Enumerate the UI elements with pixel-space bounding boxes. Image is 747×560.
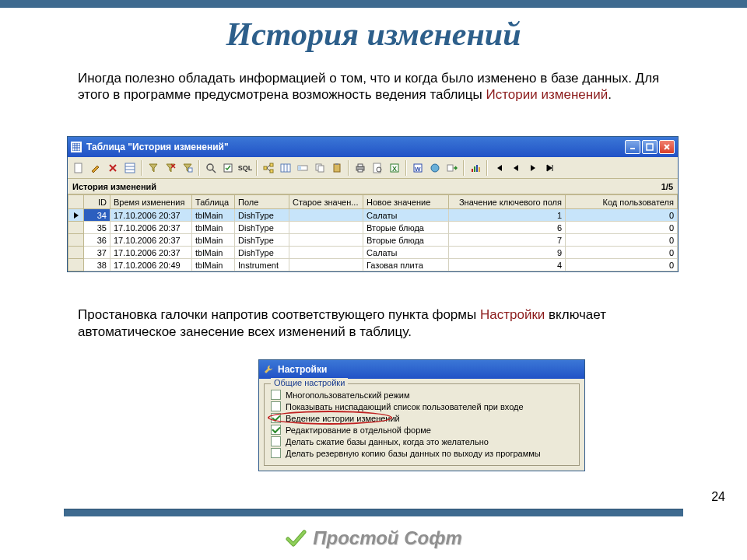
cell-table: tblMain xyxy=(192,209,235,222)
cell-new: Вторые блюда xyxy=(363,222,449,234)
excel-icon[interactable]: X xyxy=(387,160,402,176)
svg-rect-46 xyxy=(472,169,473,172)
checkbox[interactable] xyxy=(271,390,281,400)
chart-icon[interactable] xyxy=(468,160,483,176)
cell-table: tblMain xyxy=(192,259,235,271)
svg-rect-23 xyxy=(270,170,273,173)
filter-clear-icon[interactable] xyxy=(163,160,178,176)
find-icon[interactable] xyxy=(203,160,219,176)
slide-top-bar xyxy=(0,0,747,8)
svg-line-24 xyxy=(267,165,270,168)
settings-option[interactable]: Редактирование в отдельной форме xyxy=(271,424,573,436)
svg-rect-48 xyxy=(476,165,478,172)
sql-icon[interactable]: SQL xyxy=(237,160,253,176)
copy-icon[interactable] xyxy=(312,160,328,176)
table-row[interactable]: 3417.10.2006 20:37tblMainDishTypeСалаты1… xyxy=(68,209,678,222)
settings-option[interactable]: Делать сжатие базы данных, когда это жел… xyxy=(271,436,573,447)
edit-icon[interactable] xyxy=(88,160,103,176)
cell-time: 17.10.2006 20:37 xyxy=(110,247,192,259)
table-header-row: ID Время изменения Таблица Поле Старое з… xyxy=(68,195,678,209)
svg-rect-9 xyxy=(75,163,82,173)
checkbox[interactable] xyxy=(271,425,281,435)
svg-rect-37 xyxy=(358,170,363,172)
field-icon[interactable] xyxy=(295,160,310,176)
filter-icon[interactable] xyxy=(146,160,161,176)
minimize-button[interactable] xyxy=(625,140,640,154)
tree-icon[interactable] xyxy=(261,160,276,176)
cell-time: 17.10.2006 20:49 xyxy=(110,259,192,271)
preview-icon[interactable] xyxy=(370,160,385,176)
col-new[interactable]: Новое значение xyxy=(363,195,449,209)
col-old[interactable]: Старое значен... xyxy=(289,195,363,209)
history-table[interactable]: ID Время изменения Таблица Поле Старое з… xyxy=(68,194,678,271)
col-field[interactable]: Поле xyxy=(235,195,289,209)
table-row[interactable]: 3517.10.2006 20:37tblMainDishTypeВторые … xyxy=(68,222,678,234)
filter-form-icon[interactable] xyxy=(180,160,195,176)
maximize-button[interactable] xyxy=(642,140,658,154)
cell-old xyxy=(289,209,363,222)
nav-first-icon[interactable] xyxy=(491,160,507,176)
col-id[interactable]: ID xyxy=(84,195,110,209)
toolbar-separator xyxy=(486,160,488,176)
table-row[interactable]: 3817.10.2006 20:49tblMainInstrumentГазов… xyxy=(68,259,678,271)
cell-field: DishType xyxy=(235,234,289,247)
html-icon[interactable] xyxy=(427,160,443,176)
svg-line-19 xyxy=(212,170,216,173)
col-table[interactable]: Таблица xyxy=(192,195,235,209)
cell-key: 1 xyxy=(449,209,566,222)
grid-icon[interactable] xyxy=(122,160,138,176)
cell-user: 0 xyxy=(566,209,678,222)
window-grid-icon xyxy=(71,142,82,152)
export-icon[interactable] xyxy=(444,160,460,176)
checkbox[interactable] xyxy=(271,448,281,458)
checkbox[interactable] xyxy=(271,413,281,423)
nav-next-icon[interactable] xyxy=(525,160,541,176)
intro-red: Истории изменений xyxy=(486,87,608,102)
toolbar: SQL X W xyxy=(68,157,678,179)
cell-new: Газовая плита xyxy=(363,259,449,271)
paragraph-2: Простановка галочки напротив соответству… xyxy=(78,306,685,341)
cell-key: 9 xyxy=(449,247,566,259)
fieldset-legend: Общие настройки xyxy=(271,378,348,387)
window-titlebar[interactable]: Таблица "История изменений" xyxy=(68,137,678,157)
paste-icon[interactable] xyxy=(329,160,345,176)
col-key[interactable]: Значение ключевого поля xyxy=(449,195,566,209)
col-user[interactable]: Код пользователя xyxy=(566,195,678,209)
nav-prev-icon[interactable] xyxy=(508,160,524,176)
table-row[interactable]: 3617.10.2006 20:37tblMainDishTypeВторые … xyxy=(68,234,678,247)
columns-icon[interactable] xyxy=(278,160,293,176)
svg-rect-22 xyxy=(270,163,273,166)
settings-option[interactable]: Показывать ниспадающий список пользовате… xyxy=(271,401,573,412)
row-marker xyxy=(68,247,84,259)
check-all-icon[interactable] xyxy=(220,160,236,176)
cell-old xyxy=(289,222,363,234)
new-icon[interactable] xyxy=(71,160,86,176)
table-row[interactable]: 3717.10.2006 20:37tblMainDishTypeСалаты9… xyxy=(68,247,678,259)
cell-key: 4 xyxy=(449,259,566,271)
settings-option[interactable]: Многопользовательский режим xyxy=(271,389,573,401)
cell-field: Instrument xyxy=(235,259,289,271)
svg-rect-33 xyxy=(334,164,340,172)
svg-text:W: W xyxy=(415,166,421,173)
general-settings-fieldset: Общие настройки Многопользовательский ре… xyxy=(264,383,580,466)
cell-new: Салаты xyxy=(363,209,449,222)
cell-user: 0 xyxy=(566,222,678,234)
delete-icon[interactable] xyxy=(105,160,121,176)
row-marker xyxy=(68,209,84,222)
cell-old xyxy=(289,234,363,247)
settings-option[interactable]: Ведение истории изменений xyxy=(271,412,573,424)
svg-rect-32 xyxy=(318,166,324,172)
settings-titlebar[interactable]: Настройки xyxy=(259,360,584,379)
word-icon[interactable]: W xyxy=(410,160,426,176)
svg-rect-26 xyxy=(281,164,290,172)
slide-title: История изменений xyxy=(0,16,747,53)
print-icon[interactable] xyxy=(352,160,368,176)
settings-option[interactable]: Делать резервную копию базы данных по вы… xyxy=(271,447,573,459)
checkbox[interactable] xyxy=(271,401,281,411)
col-time[interactable]: Время изменения xyxy=(110,195,192,209)
toolbar-separator xyxy=(463,160,465,176)
nav-last-icon[interactable] xyxy=(542,160,558,176)
checkbox[interactable] xyxy=(271,436,281,446)
intro-paragraph: Иногда полезно обладать информацией о то… xyxy=(78,70,685,103)
close-button[interactable] xyxy=(659,140,675,154)
